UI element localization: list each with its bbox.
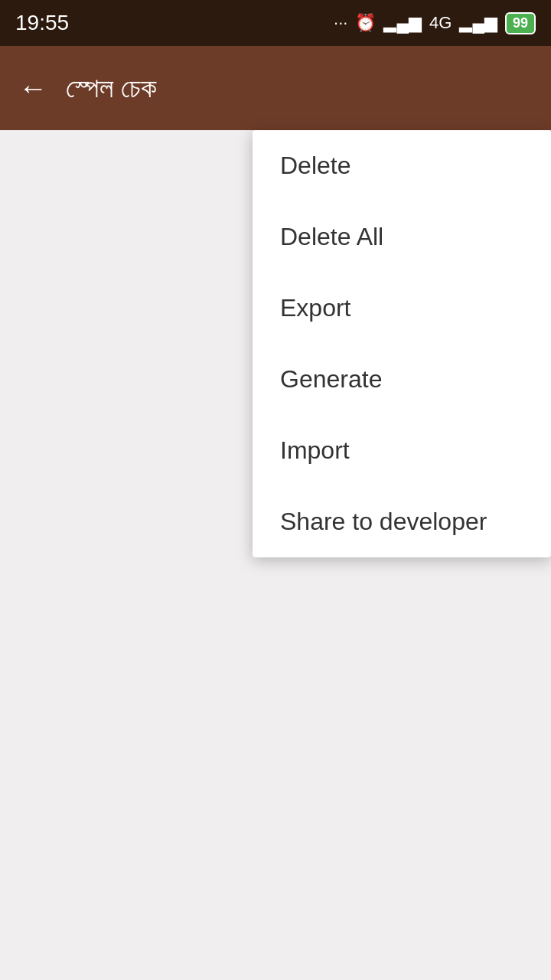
status-icons: ··· ⏰ ▂▄▆ 4G ▂▄▆ 99 [334, 12, 536, 34]
menu-item-export[interactable]: Export [253, 273, 551, 344]
signal-bars-icon: ▂▄▆ [383, 13, 422, 33]
menu-item-import[interactable]: Import [253, 415, 551, 486]
status-bar: 19:55 ··· ⏰ ▂▄▆ 4G ▂▄▆ 99 [0, 0, 551, 46]
app-bar: ← স্পেল চেক [0, 46, 551, 130]
menu-item-share-to-developer[interactable]: Share to developer [253, 486, 551, 557]
battery-level: 99 [513, 15, 528, 31]
menu-item-delete[interactable]: Delete [253, 130, 551, 201]
status-time: 19:55 [15, 11, 69, 35]
dots-icon: ··· [334, 13, 347, 33]
network-type-label: 4G [429, 13, 452, 33]
menu-item-generate[interactable]: Generate [253, 344, 551, 415]
main-content: DeleteDelete AllExportGenerateImportShar… [0, 130, 551, 980]
back-button[interactable]: ← [18, 74, 47, 103]
signal-bars-2-icon: ▂▄▆ [459, 13, 497, 33]
page-title: স্পেল চেক [66, 72, 157, 104]
menu-item-delete-all[interactable]: Delete All [253, 201, 551, 273]
dropdown-menu: DeleteDelete AllExportGenerateImportShar… [253, 130, 551, 557]
alarm-icon: ⏰ [355, 13, 376, 33]
battery-indicator: 99 [505, 12, 536, 34]
